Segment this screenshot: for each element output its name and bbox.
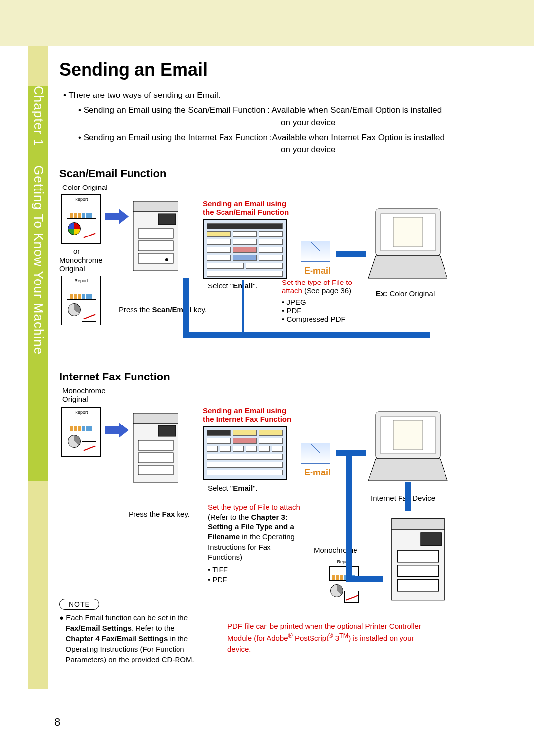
page-title: Sending an Email (59, 59, 499, 80)
touchscreen-panel (203, 219, 287, 279)
svg-rect-5 (158, 214, 176, 225)
report-title-3: Report (62, 410, 100, 415)
file-2: Compressed PDF (286, 315, 345, 323)
intro-lead: There are two ways of sending an Email. (68, 91, 220, 100)
ifax-select-post: ". (253, 484, 258, 492)
arrow-icon (105, 209, 129, 224)
svg-rect-15 (138, 465, 173, 475)
intro-block: • There are two ways of sending an Email… (63, 89, 499, 156)
press-key-pre: Press the (119, 305, 152, 314)
scan-red-2: the Scan/Email Function (203, 208, 289, 216)
ifax-file-0: TIFF (212, 566, 228, 574)
svg-rect-26 (421, 532, 441, 545)
svg-rect-9 (393, 217, 423, 247)
ifax-press-pre: Press the (129, 510, 162, 518)
svg-rect-3 (138, 241, 173, 251)
chapter-subtitle: Getting To Know Your Machine (31, 165, 46, 355)
svg-marker-10 (368, 256, 447, 278)
ex-pre: Ex: (376, 289, 387, 298)
svg-rect-23 (398, 550, 439, 562)
refer-p2: Instructions for Fax (208, 543, 271, 551)
ifax-press-bold: Fax (162, 510, 175, 518)
svg-rect-16 (158, 425, 176, 436)
svg-rect-14 (138, 453, 173, 463)
top-band (0, 0, 534, 46)
ifax-report-card: Report (61, 407, 101, 457)
email-label: E-mail (304, 266, 331, 276)
refer-pre: (Refer to the (208, 513, 251, 521)
envelope-icon (301, 241, 330, 262)
svg-rect-24 (398, 565, 439, 576)
svg-rect-19 (393, 420, 423, 450)
note-pill: NOTE (59, 599, 99, 610)
refer-b1: Chapter 3: (251, 513, 288, 521)
pdfnote-1: PDF file can be printed when the optiona… (227, 622, 421, 630)
intro-item1a: Sending an Email using the Scan/Email Fu… (84, 105, 442, 115)
page-content: Sending an Email • There are two ways of… (59, 59, 499, 680)
ifax-red-2: the Internet Fax Function (203, 415, 291, 423)
ifax-device-label: Internet Fax Device (371, 494, 435, 502)
scan-heading: Scan/Email Function (59, 167, 499, 180)
pdfnote-2a: Module (for Adobe (227, 634, 288, 642)
ifax-red-1: Sending an Email using (203, 406, 286, 415)
svg-marker-20 (368, 459, 447, 481)
note-1: Each Email function can be set in the (66, 614, 188, 622)
scan-red-1: Sending an Email using (203, 199, 286, 208)
envelope-icon-2 (301, 443, 330, 464)
laptop-icon (366, 206, 450, 281)
arrow-icon-2 (105, 423, 129, 438)
note-2b: Fax/Email Settings (66, 624, 132, 632)
report-title: Report (62, 197, 100, 202)
settype-2b: (See page 36) (302, 286, 351, 295)
ifax-touchscreen (203, 426, 287, 480)
note-4: Operating Instructions (For Function (66, 645, 184, 653)
copier-icon-3 (386, 512, 450, 606)
file-1: PDF (286, 306, 301, 315)
refer-p1: in the Operating (240, 532, 295, 541)
color-report-card: Report (61, 194, 101, 244)
settype-2: attach (282, 286, 302, 295)
ifax-diagram: Report Press the Fax key. Sending an Ema… (59, 403, 499, 680)
pdfnote-3: device. (227, 645, 251, 653)
svg-point-6 (165, 258, 168, 261)
mono-original-label: Monochrome Original (59, 256, 109, 273)
copier-icon (129, 196, 183, 276)
refer-b2: Setting a File Type and a (208, 522, 294, 531)
ex-post: Color Original (387, 289, 435, 298)
ifax-email-label: E-mail (304, 468, 331, 478)
ifax-select-bold: Email (233, 484, 253, 492)
laptop-icon-2 (366, 409, 450, 483)
settype-1: Set the type of File to (282, 278, 352, 286)
refer-p3: Functions) (208, 553, 242, 561)
file-0: JPEG (286, 298, 306, 306)
pdfnote-2d: ) is installed on your (348, 634, 414, 642)
page-number: 8 (54, 716, 60, 729)
intro-item2a: Sending an Email using the Internet Fax … (84, 133, 445, 142)
svg-rect-12 (134, 413, 178, 423)
select-pre: Select " (208, 282, 233, 290)
note-3p: in the (168, 634, 188, 643)
ifax-file-1: PDF (212, 575, 227, 584)
chapter-sidebar: Chapter 1 Getting To Know Your Machine (28, 46, 48, 689)
intro-item2b: on your device (281, 145, 336, 154)
ifax-press-post: key. (175, 510, 190, 518)
pdfnote-2b: PostScript (293, 634, 329, 642)
refer-b3: Filename (208, 532, 240, 541)
pdfnote-2c: 3 (333, 634, 340, 642)
ifax-heading: Internet Fax Function (59, 371, 499, 383)
mono-report-card: Report (61, 276, 101, 325)
ifax-settype: Set the type of File to attach (208, 503, 300, 511)
intro-item1b: on your device (281, 118, 336, 127)
scan-diagram: Report or Monochrome Original Report (59, 191, 499, 360)
svg-rect-2 (138, 229, 173, 238)
svg-rect-22 (392, 518, 444, 530)
or-label: or (73, 247, 80, 255)
report-title-4: Report (324, 559, 363, 564)
ifax-mono-label: Monochrome Original (62, 386, 117, 403)
copier-icon-2 (129, 408, 183, 487)
svg-rect-4 (138, 253, 173, 263)
svg-rect-25 (398, 579, 439, 591)
svg-rect-1 (134, 201, 178, 211)
select-post: ". (253, 282, 258, 290)
ifax-select-pre: Select " (208, 484, 233, 492)
